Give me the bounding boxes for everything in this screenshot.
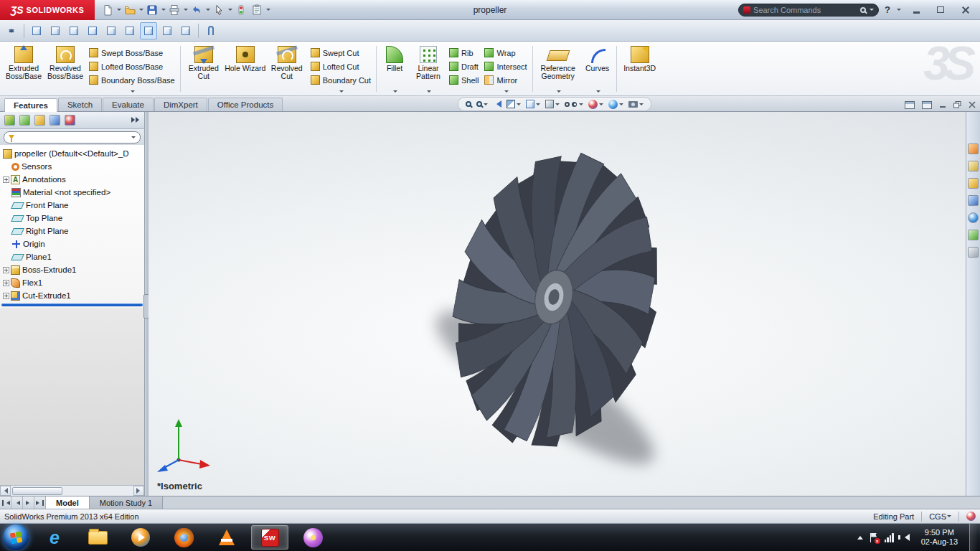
right-view-button[interactable] [84,22,101,39]
show-hidden-icons-button[interactable] [857,533,863,540]
next-tab-button[interactable] [23,496,34,509]
fillet-button[interactable]: Fillet [379,43,410,95]
display-style-button[interactable] [545,100,560,108]
doc-minimize-button[interactable] [939,98,946,111]
display-style-chevron-icon[interactable] [555,103,560,108]
view-orientation-chevron-icon[interactable] [536,103,540,108]
linear-pattern-button[interactable]: Linear Pattern [410,43,446,95]
boss-stack-chevron-icon[interactable] [131,90,135,95]
taskbar-windows-explorer[interactable] [79,525,116,550]
tab-model[interactable]: Model [46,496,90,509]
options-button[interactable] [250,2,264,18]
linear-pattern-chevron-icon[interactable] [427,90,431,95]
isometric-view-button[interactable] [140,22,157,39]
boundary-boss-button[interactable]: Boundary Boss/Base [89,75,175,85]
doc-close-button[interactable] [969,98,976,111]
search-icon[interactable] [860,7,866,13]
edit-appearance-button[interactable] [588,100,603,109]
search-input[interactable] [753,6,857,14]
wrap-stack-chevron-icon[interactable] [504,90,509,95]
start-button[interactable] [3,524,29,550]
hide-show-items-button[interactable] [565,101,583,108]
select-button[interactable] [212,2,226,18]
tab-sketch[interactable]: Sketch [58,98,102,111]
document-recovery-icon[interactable] [968,247,979,258]
filter-chevron-icon[interactable] [131,136,136,141]
taskbar-internet-explorer[interactable]: e [36,525,73,550]
curves-chevron-icon[interactable] [596,90,600,95]
swept-boss-button[interactable]: Swept Boss/Base [89,47,175,58]
normal-to-button[interactable] [3,22,20,39]
scroll-right-button[interactable] [133,486,144,496]
tree-item-sensors[interactable]: Sensors [0,160,144,173]
close-button[interactable] [956,4,974,17]
revolved-cut-button[interactable]: Revolved Cut [266,43,308,95]
reference-geometry-chevron-icon[interactable] [557,90,561,95]
new-window-icon[interactable] [905,101,915,109]
taskbar-paint-app[interactable] [294,525,331,550]
file-explorer-icon[interactable] [968,178,979,189]
draft-button[interactable]: Draft [449,61,479,72]
revolved-boss-button[interactable]: Revolved Boss/Base [44,43,86,95]
action-center-flag-icon[interactable]: x [870,533,877,542]
view-orientation-button[interactable] [526,100,540,108]
view-settings-button[interactable] [628,101,644,108]
propeller-model[interactable] [149,112,966,496]
volume-icon[interactable] [901,534,910,541]
scroll-left-button[interactable] [0,486,11,496]
featuremanager-filter-box[interactable] [4,131,141,143]
print-button[interactable] [167,2,182,18]
tree-item-annotations[interactable]: A Annotations [0,173,144,186]
search-chevron-icon[interactable] [870,9,874,13]
rollback-bar[interactable] [1,303,143,306]
dimxpert-manager-icon[interactable] [50,115,60,126]
taskbar-clock[interactable]: 9:50 PM 02-Aug-13 [917,528,962,547]
back-view-button[interactable] [47,22,64,39]
show-desktop-button[interactable] [969,524,977,551]
tree-item-right-plane[interactable]: Right Plane [0,225,144,237]
display-manager-icon[interactable] [65,115,75,126]
tab-evaluate[interactable]: Evaluate [103,98,154,111]
mirror-button[interactable]: Mirror [484,75,527,85]
minimize-button[interactable] [907,4,925,17]
tree-item-plane1[interactable]: Plane1 [0,250,144,263]
left-view-button[interactable] [65,22,83,39]
tree-item-front-plane[interactable]: Front Plane [0,199,144,212]
view-palette-icon[interactable] [968,195,979,206]
expand-plus-icon[interactable] [3,280,9,286]
rebuild-button[interactable] [234,2,248,18]
solidworks-resources-icon[interactable] [968,143,979,154]
cascade-windows-icon[interactable] [922,101,932,109]
print-chevron-icon[interactable] [184,9,188,13]
section-chevron-icon[interactable] [517,103,521,108]
new-document-button[interactable] [100,2,115,18]
zoom-to-area-button[interactable] [476,101,488,108]
lofted-cut-button[interactable]: Lofted Cut [311,61,371,72]
hide-show-chevron-icon[interactable] [579,103,583,108]
instant3d-button[interactable]: Instant3D [619,43,661,95]
options-chevron-icon[interactable] [266,9,270,13]
curves-button[interactable]: Curves [581,43,614,95]
apply-scene-button[interactable] [608,100,623,109]
attach-button[interactable] [202,22,220,39]
select-chevron-icon[interactable] [228,9,232,13]
undo-button[interactable] [189,2,204,18]
front-view-button[interactable] [28,22,45,39]
scrollbar-thumb[interactable] [12,487,62,495]
tree-item-material[interactable]: Material <not specified> [0,186,144,199]
wrap-button[interactable]: Wrap [484,47,527,58]
previous-tab-button[interactable] [11,496,23,509]
cut-stack-chevron-icon[interactable] [339,90,344,95]
open-button[interactable] [123,2,137,18]
unit-system-button[interactable]: CGS [929,512,951,521]
featuremanager-tree-icon[interactable] [4,115,15,126]
swept-cut-button[interactable]: Swept Cut [311,47,371,58]
doc-restore-button[interactable] [953,98,961,111]
previous-view-button[interactable] [493,100,501,108]
extruded-cut-button[interactable]: Extruded Cut [183,43,225,95]
search-commands-box[interactable] [738,4,879,17]
rib-button[interactable]: Rib [449,47,479,58]
taskbar-firefox[interactable] [165,525,202,550]
last-tab-button[interactable] [34,496,46,509]
tab-motion-study-1[interactable]: Motion Study 1 [90,496,163,509]
